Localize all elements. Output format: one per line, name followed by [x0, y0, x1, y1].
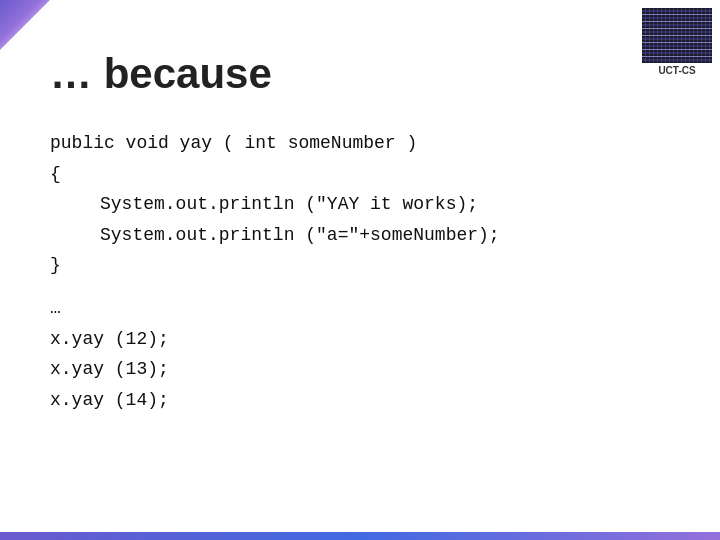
code-line-3: System.out.println ("YAY it works); — [50, 189, 670, 220]
code-line-9: x.yay (14); — [50, 385, 670, 416]
slide-title: … because — [50, 50, 670, 98]
code-line-5: } — [50, 250, 670, 281]
code-separator — [50, 281, 670, 293]
code-line-1: public void yay ( int someNumber ) — [50, 128, 670, 159]
code-line-2: { — [50, 159, 670, 190]
code-line-4: System.out.println ("a="+someNumber); — [50, 220, 670, 251]
code-line-6: … — [50, 293, 670, 324]
code-block: public void yay ( int someNumber ) { Sys… — [50, 128, 670, 415]
logo-label: UCT-CS — [642, 65, 712, 76]
logo-area: UCT-CS — [642, 8, 712, 63]
code-line-7: x.yay (12); — [50, 324, 670, 355]
code-line-8: x.yay (13); — [50, 354, 670, 385]
bottom-decoration — [0, 532, 720, 540]
logo-image — [642, 8, 712, 63]
slide: UCT-CS … because public void yay ( int s… — [0, 0, 720, 540]
corner-decoration — [0, 0, 50, 50]
